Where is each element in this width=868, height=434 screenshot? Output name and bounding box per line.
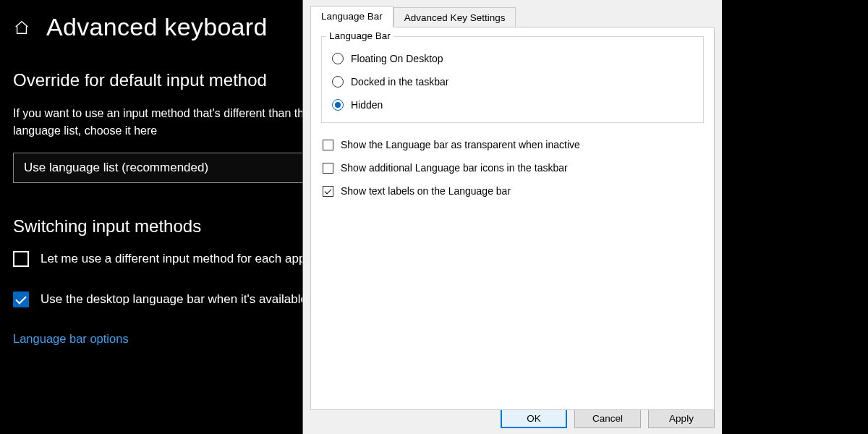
text-services-dialog: Language Bar Advanced Key Settings Langu… [302,0,722,434]
tab-page-language-bar: Language Bar Floating On Desktop Docked … [310,27,715,410]
radio-floating-on-desktop[interactable]: Floating On Desktop [329,47,696,70]
checkbox-label: Show text labels on the Language bar [341,185,511,197]
checkbox-icon [323,163,333,174]
ok-button[interactable]: OK [501,408,567,428]
tab-advanced-key-settings[interactable]: Advanced Key Settings [393,7,516,28]
radio-icon [332,99,344,111]
checkbox-label: Show the Language bar as transparent whe… [341,139,580,150]
apply-button[interactable]: Apply [648,408,715,428]
radio-hidden[interactable]: Hidden [329,93,696,116]
checkbox-text-labels[interactable]: Show text labels on the Language bar [321,179,704,203]
language-bar-groupbox: Language Bar Floating On Desktop Docked … [321,36,704,123]
radio-docked-in-taskbar[interactable]: Docked in the taskbar [329,70,696,93]
checkbox-icon [13,292,29,307]
checkbox-label: Use the desktop language bar when it's a… [41,292,307,307]
dialog-button-row: OK Cancel Apply [501,408,715,428]
checkbox-label: Show additional Language bar icons in th… [341,162,568,174]
home-icon[interactable] [13,19,30,36]
radio-label: Floating On Desktop [351,53,443,64]
radio-icon [332,53,344,64]
checkbox-icon [13,251,29,267]
checkbox-icon [323,186,333,197]
groupbox-title: Language Bar [326,30,393,41]
dropdown-value: Use language list (recommended) [24,161,208,174]
radio-label: Hidden [351,99,383,111]
cancel-button[interactable]: Cancel [574,408,641,428]
checkbox-transparent-when-inactive[interactable]: Show the Language bar as transparent whe… [321,133,704,156]
radio-icon [332,76,344,88]
checkbox-additional-icons[interactable]: Show additional Language bar icons in th… [321,156,704,179]
dialog-tabstrip: Language Bar Advanced Key Settings [303,0,722,27]
page-title: Advanced keyboard [46,13,268,41]
tab-language-bar[interactable]: Language Bar [310,6,393,27]
checkbox-icon [323,140,333,150]
radio-label: Docked in the taskbar [351,76,448,88]
